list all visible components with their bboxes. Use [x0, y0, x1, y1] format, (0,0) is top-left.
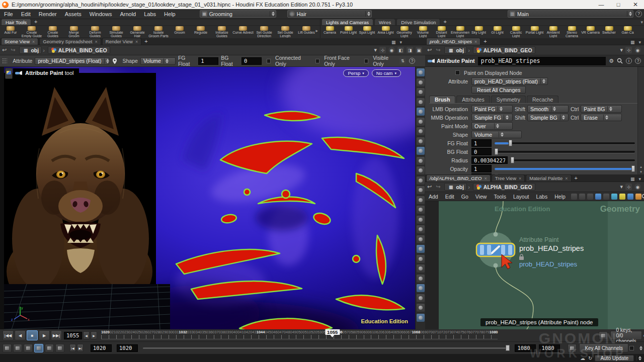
front-face-only-checkbox[interactable]	[315, 59, 319, 63]
timeline-tick[interactable]: 045	[265, 330, 271, 334]
tab-network-obj[interactable]: /obj/ALPHA_BIND_GEO×	[426, 174, 491, 182]
close-icon[interactable]: ×	[135, 39, 138, 44]
playbar-export-icon[interactable]	[3, 344, 12, 352]
viewport-tool-icon[interactable]	[417, 284, 425, 292]
menu-item[interactable]: Add	[425, 194, 442, 200]
back-icon[interactable]: ↩	[0, 47, 9, 53]
network-editor[interactable]: Education Edition Geometry Attribute Pai…	[425, 201, 644, 329]
key-all-channels-button[interactable]: Key All Channels	[579, 343, 628, 352]
shelf-tool[interactable]: Simulate Guides	[106, 26, 127, 38]
timeline-tick[interactable]: 065	[393, 330, 399, 334]
timeline-tick[interactable]: 071	[433, 330, 439, 334]
path-dropdown-icon[interactable]: ▾	[620, 47, 623, 53]
forward-icon[interactable]: ↪	[9, 47, 17, 53]
help-icon[interactable]: ?	[409, 58, 415, 64]
current-frame-field[interactable]	[64, 332, 82, 339]
menu-item[interactable]: Assets	[61, 11, 86, 17]
shelf-tool[interactable]: Environment Light	[451, 26, 469, 38]
shelf-tool[interactable]: Distant Light	[432, 26, 451, 38]
fg-float-field[interactable]	[198, 57, 218, 65]
shelf-tool[interactable]: Reguide	[190, 26, 211, 38]
timeline-tick[interactable]: 040	[231, 330, 238, 334]
menu-item[interactable]: Edit	[442, 194, 458, 200]
shelf-tool[interactable]: Point Light	[339, 26, 358, 38]
viewport-tool-icon[interactable]	[417, 68, 425, 76]
jump-to-start-button[interactable]: |◀◀	[3, 330, 14, 340]
shelf-tool[interactable]: Create Guides	[42, 26, 63, 38]
spinner-icon[interactable]	[270, 11, 274, 17]
viewport-tool-icon[interactable]	[417, 314, 425, 322]
ghosting-icon[interactable]	[24, 344, 33, 352]
fg-float-slider[interactable]	[495, 140, 635, 146]
mmb-ctrl-dropdown[interactable]: Erase	[581, 114, 622, 121]
shade-icon[interactable]: ◧	[397, 47, 404, 53]
viewport-tool-icon[interactable]	[417, 98, 425, 106]
cloud-icon[interactable]: ☁	[580, 355, 585, 361]
timeline-tick[interactable]: 030	[166, 330, 173, 334]
timeline-tick[interactable]: 072	[439, 330, 446, 334]
timeline-tick[interactable]: 038	[219, 330, 225, 334]
menu-item[interactable]: Go	[458, 194, 472, 200]
shelf-tool[interactable]: Add Fur	[0, 26, 21, 38]
timeline-tick[interactable]: 023	[122, 330, 129, 334]
refresh-icon[interactable]: ↻	[588, 355, 592, 361]
timeline-tick[interactable]: 026	[141, 330, 147, 334]
shelf-tool[interactable]: Camera	[320, 26, 339, 38]
viewport-tool-icon[interactable]	[417, 196, 425, 204]
viewport-tool-icon[interactable]	[417, 78, 425, 86]
node-output-label[interactable]: prob_HEAD_stripes	[519, 260, 577, 268]
close-icon[interactable]: ×	[474, 39, 477, 44]
shelf-tool[interactable]: Geometry Light	[395, 26, 414, 38]
playback-range-slider[interactable]	[143, 346, 510, 350]
tab-recache[interactable]: Recache	[527, 96, 558, 103]
current-frame-marker[interactable]: 1055	[325, 329, 340, 335]
tab-prob-head-stripes[interactable]: prob_HEAD_stripes×	[426, 38, 480, 45]
timeline-tickmarks[interactable]	[101, 335, 498, 339]
shelf-menu-icon[interactable]: ▾	[639, 20, 644, 25]
shelf-tool[interactable]: Curve Advect	[232, 26, 254, 38]
shelf-tool[interactable]: Set Guide Length	[275, 26, 296, 38]
menu-item[interactable]: Help	[551, 194, 569, 200]
audio-icon[interactable]	[13, 344, 22, 352]
search-icon[interactable]	[617, 58, 623, 64]
viewport-tool-icon[interactable]	[417, 108, 425, 116]
timeline-tick[interactable]: 039	[225, 330, 231, 334]
context-chip[interactable]: ▦ obj	[19, 46, 42, 54]
timeline-tick[interactable]: 057	[343, 330, 349, 334]
playback-range-start-field[interactable]	[117, 344, 138, 352]
scroll-down-icon[interactable]: ▾	[640, 169, 642, 174]
viewport-tool-icon[interactable]	[417, 206, 425, 214]
range-slider-handle[interactable]	[506, 345, 510, 351]
timeline-tick[interactable]: 048	[284, 330, 290, 334]
timeline-tick[interactable]: 073	[445, 330, 452, 334]
shelf-tool[interactable]: Generate Hair	[127, 26, 148, 38]
timeline-tick[interactable]: 052	[309, 330, 315, 334]
tab-tree-view[interactable]: Tree View×	[492, 174, 525, 182]
shelf-tab[interactable]: Lights and Cameras	[321, 19, 373, 25]
context-chip[interactable]: ▦ obj	[444, 46, 467, 54]
toolbar-grip-handle[interactable]	[2, 58, 7, 64]
timeline-tick[interactable]: 062	[374, 330, 380, 334]
timeline-tick[interactable]: 1032	[179, 330, 187, 334]
auto-update-selector[interactable]: Auto Update	[595, 355, 634, 361]
shelf-tool[interactable]: Spot Light	[358, 26, 376, 38]
shelf-tool[interactable]: Initialize Guides	[211, 26, 232, 38]
global-range-end-field[interactable]	[539, 344, 560, 352]
viewport-tool-icon[interactable]	[417, 147, 425, 155]
asset-icon[interactable]	[635, 194, 641, 200]
shelf-overflow-icon[interactable]: ▸	[314, 28, 319, 33]
viewport-tool-icon[interactable]	[417, 88, 425, 96]
global-range-start-field[interactable]	[91, 344, 112, 352]
new-pane-tab-button[interactable]: +	[480, 38, 490, 45]
fg-float-field[interactable]	[471, 139, 492, 147]
timeline-tick[interactable]: 079	[483, 330, 490, 334]
timeline-tick[interactable]: 1044	[257, 330, 265, 334]
timeline-tick[interactable]: 077	[470, 330, 477, 334]
lmb-operation-dropdown[interactable]: Paint FG	[471, 105, 513, 113]
follow-playhead-icon[interactable]	[55, 344, 64, 352]
timeline-tick[interactable]: 033	[187, 330, 194, 334]
timeline-tick[interactable]: 069	[420, 330, 427, 334]
timeline-tick[interactable]: 034	[194, 330, 200, 334]
timeline-tick[interactable]: 022	[116, 330, 122, 334]
viewport-tool-icon[interactable]	[417, 216, 425, 224]
